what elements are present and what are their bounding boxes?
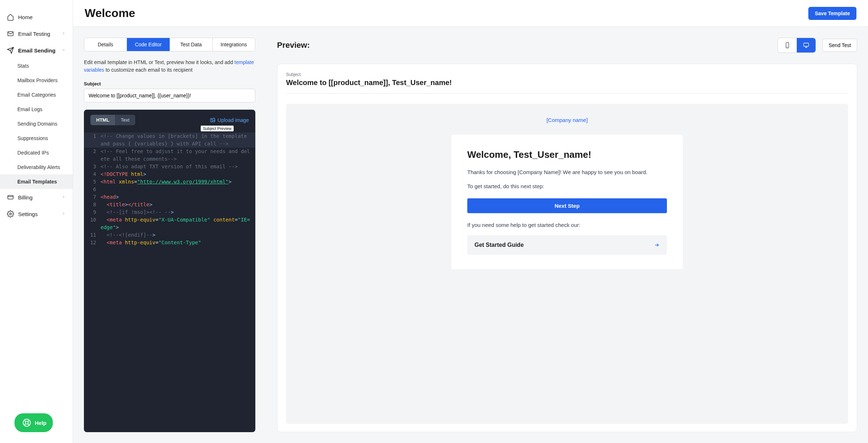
nav-sending-domains[interactable]: Sending Domains [0,117,73,131]
get-started-guide-label: Get Started Guide [475,242,524,248]
nav-stats[interactable]: Stats [0,59,73,73]
code-text-area[interactable]: 1<!-- Change values in [brackets] in the… [84,127,255,432]
preview-divider [286,93,848,94]
svg-rect-1 [8,195,13,199]
nav-email-testing[interactable]: Email Testing [0,25,73,42]
preview-p1: Thanks for choosing [Company Name]! We a… [467,168,667,177]
topbar: Welcome Save Template [73,0,868,27]
preview-subject-label: Subject: [286,72,848,77]
nav-billing-label: Billing [18,194,33,201]
chevron-down-icon [62,48,66,52]
sidebar: Home Email Testing Email Sending Stats M… [0,0,73,443]
workspace: Details Code Editor Test Data Integratio… [73,27,868,443]
mobile-preview-button[interactable] [778,38,797,52]
nav-email-sending[interactable]: Email Sending [0,42,73,59]
tab-details[interactable]: Details [84,38,127,51]
chevron-right-icon [62,31,66,36]
desktop-preview-button[interactable] [797,38,816,52]
help-label: Help [35,420,47,426]
subject-input[interactable] [84,89,255,102]
nav-email-categories[interactable]: Email Categories [0,88,73,102]
nav-email-logs[interactable]: Email Logs [0,102,73,117]
nav-billing[interactable]: Billing [0,189,73,206]
html-mode-button[interactable]: HTML [90,115,115,125]
nav-home[interactable]: Home [0,9,73,25]
nav-deliverability-alerts[interactable]: Deliverability Alerts [0,160,73,174]
svg-point-6 [212,119,212,120]
help-button[interactable]: Help [14,413,53,432]
code-mode-toggle: HTML Text [90,115,135,125]
tab-integrations[interactable]: Integrations [213,38,255,51]
preview-brand: [Company name] [299,117,835,123]
upload-image-link[interactable]: Upload image [210,117,249,123]
nav-email-testing-label: Email Testing [18,31,50,37]
tab-test-data[interactable]: Test Data [170,38,213,51]
nav-settings[interactable]: Settings [0,206,73,222]
arrow-right-icon [654,242,660,248]
home-icon [7,13,14,21]
paper-plane-icon [7,46,14,54]
code-toolbar: HTML Text Upload image [84,110,255,127]
save-template-button[interactable]: Save Template [808,7,856,20]
next-step-button[interactable]: Next Step [467,198,667,213]
code-editor-box: HTML Text Upload image Subject Preview 1… [84,110,255,432]
billing-icon [7,193,14,201]
svg-point-4 [25,421,28,424]
text-mode-button[interactable]: Text [115,115,135,125]
send-test-button[interactable]: Send Test [822,39,857,52]
nav-mailbox-providers[interactable]: Mailbox Providers [0,73,73,88]
svg-rect-9 [804,43,809,46]
device-toggle [778,38,816,53]
chevron-right-icon [62,212,66,216]
preview-header: Preview: Send Test [277,38,857,53]
nav-settings-label: Settings [18,211,38,217]
preview-p3: If you need some help to get started che… [467,221,667,229]
nav-dedicated-ips[interactable]: Dedicated IPs [0,145,73,160]
preview-heading: Welcome, Test_User_name! [467,149,667,160]
nav-home-label: Home [18,14,33,20]
gear-icon [7,210,14,218]
editor-tabs: Details Code Editor Test Data Integratio… [84,38,255,51]
preview-frame: Subject: Welcome to [[product_name]], Te… [277,64,857,432]
nav-suppressions[interactable]: Suppressions [0,131,73,145]
tab-code-editor[interactable]: Code Editor [127,38,170,51]
svg-point-8 [787,47,788,47]
nav-email-templates[interactable]: Email Templates [0,174,73,189]
preview-subject: Welcome to [[product_name]], Test_User_n… [286,79,848,87]
nav-email-sending-label: Email Sending [18,47,55,54]
edit-note: Edit email template in HTML or Text, pre… [84,59,255,74]
chevron-right-icon [62,195,66,199]
upload-icon [210,117,216,123]
preview-body: [Company name] Welcome, Test_User_name! … [286,104,848,424]
preview-title: Preview: [277,41,310,50]
preview-p2: To get started, do this next step: [467,182,667,191]
lifebuoy-icon [22,418,31,427]
svg-point-2 [10,213,12,215]
preview-panel: Preview: Send Test Subject: Welcome to [… [266,27,868,443]
subject-label: Subject [84,81,255,87]
preview-card: Welcome, Test_User_name! Thanks for choo… [451,135,683,269]
editor-panel: Details Code Editor Test Data Integratio… [73,27,266,443]
subject-preview-tooltip: Subject Preview [201,126,234,131]
get-started-guide-row[interactable]: Get Started Guide [467,235,667,255]
page-title: Welcome [85,7,135,20]
envelope-icon [7,30,14,38]
main: Welcome Save Template Details Code Edito… [73,0,868,443]
